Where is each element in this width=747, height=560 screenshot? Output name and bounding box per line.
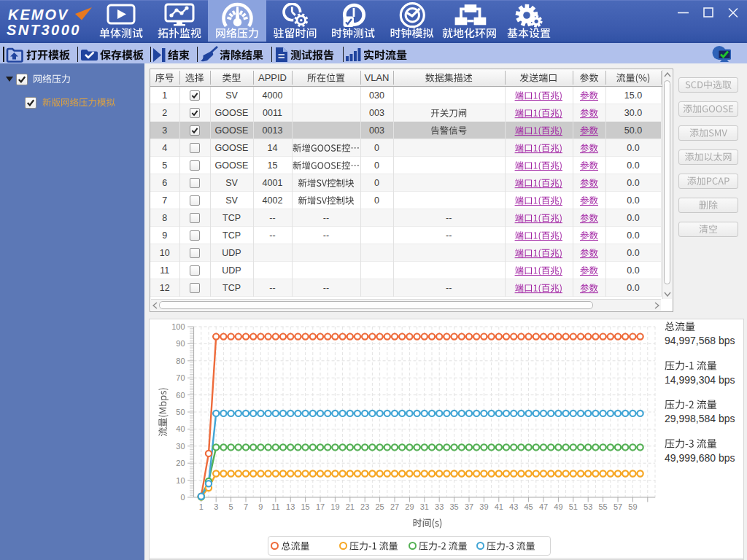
svg-text:57: 57 (614, 502, 622, 511)
svg-text:39: 39 (479, 502, 488, 511)
svg-text:55: 55 (598, 502, 607, 511)
svg-text:27: 27 (390, 502, 399, 511)
svg-text:17: 17 (316, 502, 325, 511)
svg-text:100: 100 (171, 322, 185, 331)
svg-text:29: 29 (405, 502, 414, 511)
svg-text:10: 10 (176, 476, 185, 485)
svg-text:9: 9 (258, 502, 263, 511)
svg-text:50: 50 (176, 408, 185, 416)
svg-text:19: 19 (330, 502, 339, 511)
svg-text:20: 20 (176, 459, 185, 467)
svg-text:59: 59 (628, 502, 637, 511)
svg-text:49: 49 (554, 502, 562, 511)
svg-text:43: 43 (509, 502, 518, 511)
svg-text:53: 53 (584, 502, 592, 511)
svg-text:47: 47 (539, 502, 548, 511)
svg-text:30: 30 (176, 442, 185, 451)
svg-text:21: 21 (346, 502, 355, 511)
svg-text:13: 13 (286, 502, 295, 511)
svg-text:25: 25 (375, 502, 384, 511)
svg-text:15: 15 (301, 502, 309, 511)
svg-text:5: 5 (229, 502, 233, 511)
svg-text:31: 31 (420, 502, 429, 511)
svg-text:0: 0 (180, 493, 185, 502)
svg-text:51: 51 (569, 502, 578, 511)
svg-text:70: 70 (176, 373, 185, 382)
svg-text:23: 23 (360, 502, 369, 511)
svg-text:37: 37 (465, 502, 473, 511)
svg-text:45: 45 (524, 502, 533, 511)
svg-text:7: 7 (244, 502, 248, 511)
svg-text:41: 41 (495, 502, 503, 511)
svg-text:33: 33 (435, 502, 444, 511)
svg-text:90: 90 (176, 339, 185, 348)
svg-text:3: 3 (214, 502, 218, 511)
svg-text:60: 60 (176, 391, 185, 400)
svg-text:40: 40 (176, 424, 185, 433)
svg-text:1: 1 (199, 502, 204, 511)
svg-text:11: 11 (271, 502, 279, 511)
svg-text:80: 80 (176, 357, 185, 365)
svg-text:35: 35 (449, 502, 458, 511)
